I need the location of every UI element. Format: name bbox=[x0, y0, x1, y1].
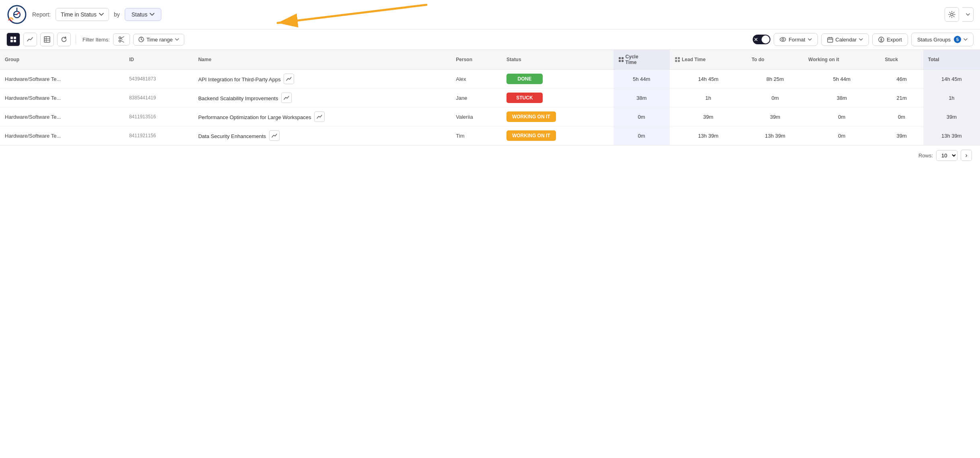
data-table: Group ID Name Person Status CycleTime bbox=[0, 50, 980, 145]
cell-working: 0m bbox=[803, 107, 880, 126]
settings-chevron-button[interactable] bbox=[962, 7, 974, 22]
refresh-icon bbox=[61, 36, 67, 43]
header: Report: Time in Status by Status bbox=[0, 0, 980, 29]
cell-lead-time: 14h 45m bbox=[670, 70, 747, 89]
cell-id: 8411913516 bbox=[124, 107, 194, 126]
toggle-switch[interactable] bbox=[753, 35, 770, 44]
svg-rect-27 bbox=[828, 38, 833, 42]
app-logo bbox=[6, 4, 27, 25]
report-dropdown[interactable]: Time in Status bbox=[56, 8, 109, 21]
status-groups-label: Status Groups bbox=[917, 37, 951, 43]
cell-lead-time: 1h bbox=[670, 89, 747, 107]
svg-rect-38 bbox=[675, 57, 677, 59]
cell-stuck: 46m bbox=[880, 70, 923, 89]
cell-working: 5h 44m bbox=[803, 70, 880, 89]
svg-rect-35 bbox=[622, 57, 624, 59]
status-dropdown[interactable]: Status bbox=[125, 8, 162, 21]
col-id: ID bbox=[124, 50, 194, 70]
cell-id: 8385441419 bbox=[124, 89, 194, 107]
calendar-label: Calendar bbox=[836, 37, 857, 43]
svg-point-25 bbox=[780, 37, 786, 41]
trend-icon[interactable] bbox=[281, 93, 292, 103]
svg-rect-8 bbox=[14, 37, 16, 39]
cell-total: 1h bbox=[923, 89, 980, 107]
time-range-label: Time range bbox=[146, 37, 173, 43]
cell-working: 38m bbox=[803, 89, 880, 107]
export-icon bbox=[878, 37, 884, 43]
table-row: Hardware/Software Te... 5439481873 API I… bbox=[0, 70, 980, 89]
grid-view-button[interactable] bbox=[6, 33, 20, 46]
cell-group: Hardware/Software Te... bbox=[0, 126, 124, 145]
export-label: Export bbox=[887, 37, 902, 43]
toolbar-divider bbox=[76, 35, 76, 44]
cell-total: 13h 39m bbox=[923, 126, 980, 145]
cell-name: Performance Optimization for Large Works… bbox=[194, 107, 451, 126]
status-groups-button[interactable]: Status Groups 5 bbox=[911, 33, 974, 46]
status-badge: STUCK bbox=[506, 93, 543, 103]
filter-label: Filter Items: bbox=[82, 37, 110, 43]
col-todo: To do bbox=[747, 50, 803, 70]
cell-stuck: 39m bbox=[880, 126, 923, 145]
svg-rect-41 bbox=[678, 60, 680, 62]
svg-rect-37 bbox=[622, 60, 624, 62]
eye-icon bbox=[780, 36, 786, 43]
cell-name: Backend Scalability Improvements bbox=[194, 89, 451, 107]
table-row: Hardware/Software Te... 8411921156 Data … bbox=[0, 126, 980, 145]
table-header-row: Group ID Name Person Status CycleTime bbox=[0, 50, 980, 70]
format-button[interactable]: Format bbox=[774, 33, 817, 46]
cell-person: Tim bbox=[451, 126, 502, 145]
cell-stuck: 0m bbox=[880, 107, 923, 126]
status-badge: WORKING ON IT bbox=[506, 130, 556, 141]
chevron-down-icon bbox=[808, 38, 812, 41]
cell-status: WORKING ON IT bbox=[502, 107, 614, 126]
svg-line-17 bbox=[121, 37, 124, 39]
cell-cycle-time: 38m bbox=[614, 89, 670, 107]
cell-stuck: 21m bbox=[880, 89, 923, 107]
svg-rect-10 bbox=[14, 40, 16, 42]
cycle-time-icon bbox=[618, 57, 624, 62]
chart-view-button[interactable] bbox=[23, 33, 37, 46]
chevron-down-icon bbox=[964, 38, 968, 41]
svg-rect-9 bbox=[10, 40, 13, 42]
status-badge: WORKING ON IT bbox=[506, 111, 556, 122]
cell-lead-time: 13h 39m bbox=[670, 126, 747, 145]
table-view-button[interactable] bbox=[40, 33, 54, 46]
svg-line-19 bbox=[121, 39, 122, 40]
cell-group: Hardware/Software Te... bbox=[0, 89, 124, 107]
cell-todo: 0m bbox=[747, 89, 803, 107]
col-working: Working on it bbox=[803, 50, 880, 70]
svg-rect-34 bbox=[619, 57, 621, 59]
trend-icon[interactable] bbox=[314, 111, 325, 122]
cell-group: Hardware/Software Te... bbox=[0, 107, 124, 126]
next-page-button[interactable]: › bbox=[961, 150, 972, 161]
cell-person: Jane bbox=[451, 89, 502, 107]
cell-total: 39m bbox=[923, 107, 980, 126]
svg-point-26 bbox=[782, 39, 784, 41]
chart-icon bbox=[27, 36, 33, 43]
grid-icon bbox=[10, 36, 16, 43]
arrow-annotation bbox=[197, 1, 430, 29]
filter-scissors-icon-wrap bbox=[113, 33, 130, 45]
trend-icon[interactable] bbox=[269, 130, 280, 141]
time-range-filter-button[interactable]: Time range bbox=[133, 34, 184, 45]
format-label: Format bbox=[789, 37, 805, 43]
col-person: Person bbox=[451, 50, 502, 70]
trend-icon[interactable] bbox=[284, 74, 294, 84]
chevron-down-icon bbox=[966, 13, 970, 16]
rows-select[interactable]: 10 25 50 bbox=[936, 150, 957, 161]
svg-rect-11 bbox=[44, 37, 50, 42]
export-button[interactable]: Export bbox=[872, 33, 908, 46]
cell-todo: 13h 39m bbox=[747, 126, 803, 145]
refresh-button[interactable] bbox=[57, 33, 71, 46]
toolbar-right: Format Calendar Export Status Group bbox=[753, 33, 974, 46]
cell-status: WORKING ON IT bbox=[502, 126, 614, 145]
col-name: Name bbox=[194, 50, 451, 70]
cell-working: 0m bbox=[803, 126, 880, 145]
table-icon bbox=[44, 36, 50, 43]
cell-lead-time: 39m bbox=[670, 107, 747, 126]
calendar-button[interactable]: Calendar bbox=[821, 33, 869, 46]
chevron-down-icon bbox=[175, 38, 179, 41]
svg-rect-36 bbox=[619, 60, 621, 62]
table-row: Hardware/Software Te... 8385441419 Backe… bbox=[0, 89, 980, 107]
settings-button[interactable] bbox=[945, 7, 959, 22]
